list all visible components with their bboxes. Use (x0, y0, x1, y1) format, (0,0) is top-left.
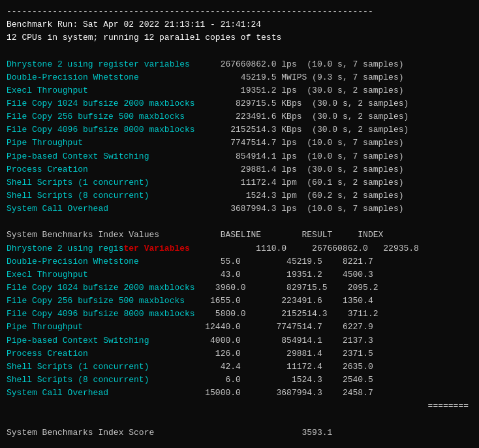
index-row: Execl Throughput 43.0 19351.2 4500.3 (7, 268, 472, 281)
run-result-row: Pipe Throughput 7747514.7 lps (10.0 s, 7… (7, 136, 472, 150)
score-line: System Benchmarks Index Score 3593.1 (7, 426, 472, 440)
blank-2 (7, 216, 472, 229)
blank-4 (7, 440, 472, 448)
run-result-row: File Copy 256 bufsize 500 maxblocks 2234… (7, 110, 472, 123)
score-value-line: System Benchmarks Index Score 3593.1 (7, 426, 472, 440)
index-section: System Benchmarks Index Values BASELINE … (7, 229, 472, 400)
run-result-row: Process Creation 29881.4 lps (30.0 s, 2 … (7, 163, 472, 176)
blank-1 (7, 44, 472, 57)
run-result-row: Double-Precision Whetstone 45219.5 MWIPS… (7, 71, 472, 84)
index-row: Shell Scripts (8 concurrent) 6.0 1524.3 … (7, 374, 472, 387)
index-row: Process Creation 126.0 29881.4 2371.5 (7, 347, 472, 360)
terminal-output: ----------------------------------------… (7, 5, 472, 448)
index-row: Shell Scripts (1 concurrent) 42.4 11172.… (7, 360, 472, 374)
index-row: File Copy 4096 bufsize 8000 maxblocks 58… (7, 308, 472, 321)
index-row: Dhrystone 2 using register Variables 111… (7, 242, 472, 255)
index-row: Double-Precision Whetstone 55.0 45219.5 … (7, 255, 472, 268)
run-result-row: System Call Overhead 3687994.3 lps (10.0… (7, 202, 472, 216)
run-result-row: File Copy 1024 bufsize 2000 maxblocks 82… (7, 97, 472, 110)
index-row: System Call Overhead 15000.0 3687994.3 2… (7, 387, 472, 400)
index-row: Pipe-based Context Switching 4000.0 8549… (7, 334, 472, 347)
run-result-row: Dhrystone 2 using register variables 267… (7, 58, 472, 71)
run-result-row: Pipe-based Context Switching 854914.1 lp… (7, 150, 472, 163)
run-results-section: Dhrystone 2 using register variables 267… (7, 58, 472, 216)
benchmark-header-line1: Benchmark Run: Sat Apr 02 2022 21:13:11 … (7, 18, 472, 31)
blank-3 (7, 413, 472, 426)
run-result-row: Shell Scripts (1 concurrent) 11172.4 lpm… (7, 176, 472, 189)
equals-line: ======== (7, 400, 472, 413)
benchmark-header-line2: 12 CPUs in system; running 12 parallel c… (7, 31, 472, 44)
index-header: System Benchmarks Index Values BASELINE … (7, 229, 472, 242)
index-row: Pipe Throughput 12440.0 7747514.7 6227.9 (7, 321, 472, 334)
index-row: File Copy 256 bufsize 500 maxblocks 1655… (7, 295, 472, 308)
run-result-row: File Copy 4096 bufsize 8000 maxblocks 21… (7, 123, 472, 136)
separator-top: ----------------------------------------… (7, 5, 472, 18)
run-result-row: Execl Throughput 19351.2 lps (30.0 s, 2 … (7, 84, 472, 97)
run-result-row: Shell Scripts (8 concurrent) 1524.3 lpm … (7, 189, 472, 202)
index-row: File Copy 1024 bufsize 2000 maxblocks 39… (7, 281, 472, 295)
